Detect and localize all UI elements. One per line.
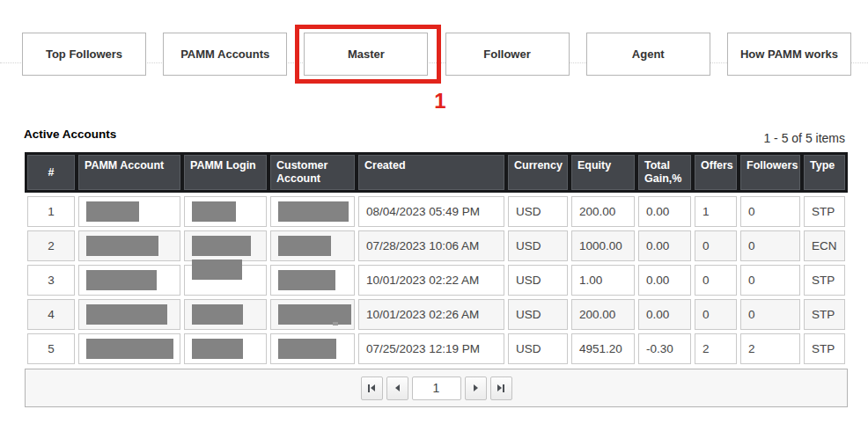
cell-type: ECN: [804, 230, 845, 261]
redacted-value: [192, 304, 243, 325]
cell-created: 07/25/2023 12:19 PM: [358, 333, 504, 364]
redacted-value: [278, 270, 335, 290]
cell-offers: 2: [695, 333, 737, 364]
redacted-value: [192, 201, 236, 222]
col-header-created: Created: [358, 155, 504, 190]
cell-total-gain: 0.00: [638, 230, 691, 261]
col-header-total-gain: Total Gain,%: [638, 155, 691, 190]
first-page-button[interactable]: [361, 376, 383, 400]
cell-pamm-account: [78, 196, 180, 227]
cell-currency: USD: [508, 196, 568, 227]
tab-how-pamm-works[interactable]: How PAMM works: [727, 33, 851, 76]
annotation-step-number: 1: [430, 89, 451, 113]
col-header-offers: Offers: [695, 155, 737, 190]
cell-total-gain: 0.00: [638, 299, 691, 330]
redacted-value: [278, 304, 351, 325]
next-page-button[interactable]: [465, 376, 487, 400]
pamm-dashboard: Top Followers PAMM Accounts Master Follo…: [0, 0, 868, 424]
table-row: 5 07/25/2023 12:19 PM USD 4951.20 -0.30 …: [25, 333, 848, 364]
cell-index: 4: [27, 299, 75, 330]
cell-type: STP: [804, 333, 845, 364]
cell-offers: 1: [695, 196, 737, 227]
redacted-value: [86, 339, 173, 359]
cell-created: 10/01/2023 02:22 AM: [358, 265, 504, 296]
cell-index: 2: [27, 230, 75, 261]
cell-followers: 0: [740, 230, 800, 261]
col-header-index: #: [27, 155, 75, 190]
tab-agent[interactable]: Agent: [586, 33, 710, 76]
cell-customer-account: [270, 299, 355, 330]
cell-equity: 200.00: [571, 299, 635, 330]
cell-equity: 4951.20: [571, 333, 635, 364]
cell-created: 10/01/2023 02:26 AM: [358, 299, 504, 330]
cell-pamm-login: [184, 265, 267, 296]
section-title: Active Accounts: [24, 128, 116, 141]
cell-pamm-login: [184, 196, 267, 227]
table-header: # PAMM Account PAMM Login Customer Accou…: [25, 152, 848, 193]
cell-currency: USD: [508, 230, 568, 261]
table-row: 1 08/04/2023 05:49 PM USD 200.00 0.00 1 …: [25, 196, 848, 227]
cell-type: STP: [804, 265, 845, 296]
items-count-label: 1 - 5 of 5 items: [763, 131, 845, 145]
cell-pamm-account: [78, 230, 180, 261]
redaction-remnant: [333, 322, 338, 325]
cell-pamm-account: [78, 333, 180, 364]
last-page-icon: [497, 384, 502, 391]
cell-index: 1: [27, 196, 75, 227]
redacted-value: [278, 339, 336, 359]
first-page-icon: [368, 384, 370, 392]
col-header-pamm-account: PAMM Account: [78, 155, 180, 190]
col-header-currency: Currency: [508, 155, 568, 190]
cell-customer-account: [270, 196, 355, 227]
cell-index: 3: [27, 265, 75, 296]
cell-pamm-login: [184, 299, 267, 330]
cell-customer-account: [270, 230, 355, 261]
cell-total-gain: -0.30: [638, 333, 691, 364]
cell-pamm-login: [184, 230, 267, 261]
cell-followers: 0: [740, 265, 800, 296]
redacted-value: [192, 339, 243, 359]
redacted-value: [86, 304, 167, 325]
redacted-value: [192, 260, 242, 280]
cell-equity: 1000.00: [571, 230, 635, 261]
cell-equity: 200.00: [571, 196, 635, 227]
cell-total-gain: 0.00: [638, 196, 691, 227]
active-accounts-table: # PAMM Account PAMM Login Customer Accou…: [25, 152, 848, 407]
prev-page-button[interactable]: [386, 376, 408, 400]
cell-type: STP: [804, 299, 845, 330]
col-header-customer-account: Customer Account: [270, 155, 355, 190]
cell-customer-account: [270, 333, 355, 364]
prev-page-icon: [395, 384, 400, 391]
cell-followers: 0: [740, 196, 800, 227]
last-page-button[interactable]: [490, 376, 512, 400]
cell-type: STP: [804, 196, 845, 227]
table-row: 3 10/01/2023 02:22 AM USD 1.00 0.00 0 0 …: [25, 265, 848, 296]
cell-created: 07/28/2023 10:06 AM: [358, 230, 504, 261]
tab-follower[interactable]: Follower: [445, 33, 570, 76]
next-page-icon: [474, 384, 478, 391]
cell-index: 5: [27, 333, 75, 364]
redacted-value: [86, 236, 158, 256]
cell-pamm-account: [78, 299, 180, 330]
tab-pamm-accounts[interactable]: PAMM Accounts: [163, 33, 287, 76]
cell-followers: 2: [740, 333, 800, 364]
redacted-value: [278, 236, 331, 256]
cell-currency: USD: [508, 265, 568, 296]
tab-top-followers[interactable]: Top Followers: [22, 33, 146, 76]
cell-customer-account: [270, 265, 355, 296]
col-header-equity: Equity: [571, 155, 635, 190]
cell-offers: 0: [695, 230, 737, 261]
cell-total-gain: 0.00: [638, 265, 691, 296]
cell-currency: USD: [508, 299, 568, 330]
cell-offers: 0: [695, 299, 737, 330]
col-header-pamm-login: PAMM Login: [184, 155, 267, 190]
redacted-value: [86, 201, 139, 222]
col-header-type: Type: [804, 155, 845, 190]
cell-pamm-login: [184, 333, 267, 364]
col-header-followers: Followers: [740, 155, 800, 190]
annotation-highlight-box: [295, 25, 441, 84]
page-number-input[interactable]: [412, 376, 461, 400]
table-row: 2 07/28/2023 10:06 AM USD 1000.00 0.00 0…: [25, 230, 848, 261]
cell-pamm-account: [78, 265, 180, 296]
pagination-bar: [25, 369, 848, 407]
